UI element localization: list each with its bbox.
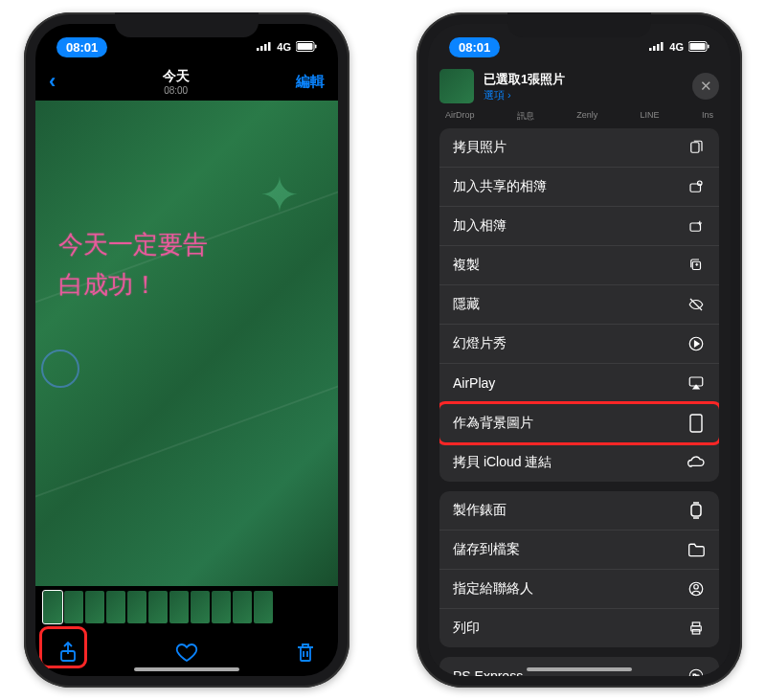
thumbnail[interactable] (212, 591, 231, 623)
network-label: 4G (277, 41, 291, 53)
iphone-left: 08:01 4G ‹ 今天 08:00 編輯 ✦ (24, 12, 349, 688)
thumbnail[interactable] (191, 591, 210, 623)
thumbnail[interactable] (148, 591, 168, 623)
app-zenly[interactable]: Zenly (576, 110, 597, 123)
hide-icon (687, 295, 706, 314)
svg-rect-13 (690, 43, 706, 50)
action-set-wallpaper[interactable]: 作為背景圖片 (439, 401, 719, 445)
action-shared-album[interactable]: 加入共享的相簿 (439, 168, 719, 207)
action-save-files[interactable]: 儲存到檔案 (439, 531, 719, 570)
duplicate-icon (687, 256, 706, 275)
action-group-3: PS Express Ps (439, 657, 719, 676)
svg-rect-27 (692, 622, 700, 626)
selected-photo-thumb (439, 69, 474, 103)
icloud-link-icon (687, 453, 706, 472)
network-label: 4G (669, 41, 684, 53)
action-ps-express[interactable]: PS Express Ps (439, 657, 719, 676)
battery-icon (688, 41, 710, 54)
app-share-row: AirDrop 訊息 Zenly LINE Ins (428, 110, 731, 128)
wallpaper-icon (687, 414, 706, 433)
svg-rect-28 (692, 630, 700, 635)
svg-rect-22 (690, 415, 702, 432)
watchface-icon (687, 501, 706, 520)
svg-point-25 (694, 585, 699, 590)
app-line[interactable]: LINE (641, 110, 660, 123)
action-duplicate[interactable]: 複製 (439, 246, 719, 285)
home-indicator[interactable] (134, 667, 239, 671)
svg-rect-8 (649, 48, 652, 51)
add-album-icon (687, 216, 706, 236)
signal-icon (257, 41, 272, 53)
home-indicator[interactable] (527, 667, 632, 671)
notch (507, 12, 651, 37)
trash-icon[interactable] (294, 641, 317, 664)
back-chevron-icon[interactable]: ‹ (49, 69, 56, 94)
share-title: 已選取1張照片 (484, 71, 683, 88)
svg-rect-9 (653, 46, 656, 51)
nav-title: 今天 08:00 (163, 68, 190, 96)
action-group-2: 製作錶面 儲存到檔案 指定給聯絡人 列印 (439, 491, 719, 647)
notch (115, 12, 259, 37)
action-watchface[interactable]: 製作錶面 (439, 491, 719, 531)
iphone-right: 08:01 4G 已選取1張照片 選項 › ✕ (417, 12, 742, 688)
save-files-icon (687, 540, 706, 559)
action-hide[interactable]: 隱藏 (439, 285, 719, 325)
ps-express-icon: Ps (687, 666, 706, 676)
svg-rect-0 (257, 48, 259, 51)
app-instagram[interactable]: Ins (702, 110, 713, 123)
shared-album-icon (687, 177, 706, 196)
svg-rect-18 (690, 223, 701, 231)
svg-rect-6 (315, 44, 317, 48)
thumbnail[interactable] (43, 591, 62, 623)
status-time: 08:01 (56, 37, 107, 57)
svg-rect-11 (661, 42, 664, 51)
svg-rect-2 (264, 44, 267, 51)
app-messages[interactable]: 訊息 (517, 110, 534, 123)
photo-content[interactable]: ✦ 今天一定要告 白成功！ (35, 101, 338, 586)
battery-icon (296, 41, 317, 54)
photo-handwriting: 今天一定要告 白成功！ (58, 225, 315, 305)
favorite-icon[interactable] (175, 641, 198, 664)
thumbnail[interactable] (233, 591, 252, 623)
svg-rect-23 (691, 505, 701, 516)
close-icon[interactable]: ✕ (692, 73, 719, 100)
app-airdrop[interactable]: AirDrop (445, 110, 475, 123)
svg-rect-15 (691, 143, 699, 153)
action-add-album[interactable]: 加入相簿 (439, 207, 719, 246)
print-icon (687, 619, 706, 638)
chalk-star: ✦ (259, 168, 300, 223)
thumbnail[interactable] (127, 591, 146, 623)
signal-icon (649, 41, 665, 53)
svg-rect-5 (298, 43, 313, 50)
thumbnail[interactable] (106, 591, 125, 623)
action-group-1: 拷貝照片 加入共享的相簿 加入相簿 複製 (439, 128, 719, 482)
action-airplay[interactable]: AirPlay (439, 364, 719, 403)
assign-contact-icon (687, 579, 706, 598)
svg-rect-10 (657, 44, 660, 51)
action-print[interactable]: 列印 (439, 609, 719, 647)
thumbnail[interactable] (169, 591, 189, 623)
airplay-icon (687, 373, 706, 393)
status-time: 08:01 (449, 37, 500, 57)
svg-rect-3 (268, 42, 271, 51)
chalk-smiley (41, 350, 79, 388)
svg-rect-14 (708, 44, 710, 48)
copy-photo-icon (687, 138, 706, 157)
share-options-link[interactable]: 選項 › (484, 88, 683, 102)
edit-button[interactable]: 編輯 (296, 73, 325, 91)
thumbnail-strip[interactable] (35, 586, 338, 628)
slideshow-icon (687, 334, 706, 353)
action-assign-contact[interactable]: 指定給聯絡人 (439, 570, 719, 609)
action-copy-photo[interactable]: 拷貝照片 (439, 128, 719, 168)
action-icloud-link[interactable]: 拷貝 iCloud 連結 (439, 443, 719, 482)
action-slideshow[interactable]: 幻燈片秀 (439, 325, 719, 364)
thumbnail[interactable] (254, 591, 273, 623)
svg-text:Ps: Ps (692, 673, 699, 676)
annotation-highlight-share (39, 626, 87, 668)
svg-rect-1 (260, 46, 263, 51)
thumbnail[interactable] (64, 591, 83, 623)
thumbnail[interactable] (85, 591, 104, 623)
